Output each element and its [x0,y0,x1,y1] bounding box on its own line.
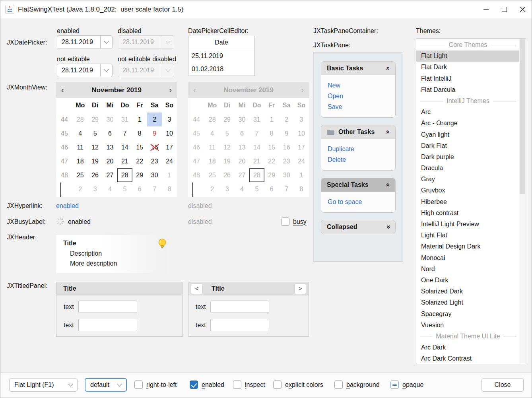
calendar-day[interactable]: 10 [162,126,177,140]
date-table-header[interactable]: Date [188,36,254,49]
close-button[interactable]: Close [482,378,524,392]
taskpane-header[interactable]: Special Tasks« [321,178,395,192]
theme-item-gray[interactable]: Gray [416,174,520,185]
calendar-day[interactable]: 7 [147,182,162,196]
calendar-day[interactable]: 1 [132,113,147,126]
checkbox-inspect[interactable] [233,381,241,389]
theme-item-arc-dark[interactable]: Arc Dark [416,342,520,353]
calendar-day[interactable]: 11 [73,140,87,154]
task-link-duplicate[interactable]: Duplicate [328,144,389,154]
theme-item-material-design-dark[interactable]: Material Design Dark [416,241,520,252]
theme-item-light-flat[interactable]: Light Flat [416,230,520,241]
calendar-day[interactable]: 2 [147,113,162,126]
checkbox-opaque[interactable] [390,381,399,389]
checkbox-label[interactable]: right-to-left [146,381,177,388]
theme-item-intellij-light-preview[interactable]: IntelliJ Light Preview [416,219,520,230]
datepicker-enabled[interactable]: 28.11.2019 [57,35,113,49]
theme-item-arc-dark-contrast[interactable]: Arc Dark Contrast [416,353,520,364]
table-row[interactable]: 01.02.2018 [188,62,254,76]
next-month-icon[interactable]: › [169,86,172,94]
theme-item-dracula[interactable]: Dracula [416,163,520,174]
calendar-day[interactable]: 5 [87,126,102,140]
theme-item-solarized-dark[interactable]: Solarized Dark [416,286,520,297]
calendar-day[interactable]: 3 [162,113,177,126]
datepicker-dropdown-button[interactable] [100,64,112,77]
calendar-day[interactable]: 15 [132,140,147,154]
task-link-go-to-space[interactable]: Go to space [328,196,389,207]
calendar-day[interactable]: 12 [87,140,102,154]
calendar-day[interactable]: 8 [132,126,147,140]
calendar-day[interactable]: 17 [162,140,177,154]
theme-item-hiberbee[interactable]: Hiberbee [416,196,520,208]
theme-item-arc[interactable]: Arc [416,107,520,118]
calendar-day[interactable]: 31 [117,113,132,126]
theme-item-one-dark[interactable]: One Dark [416,275,520,286]
checkbox-label[interactable]: background [346,381,380,388]
calendar-day[interactable]: 25 [73,168,87,182]
theme-item-arc-orange[interactable]: Arc - Orange [416,118,520,129]
calendar-day[interactable]: 23 [147,154,162,168]
calendar-day[interactable]: 30 [103,113,117,126]
calendar-day[interactable]: 3 [87,182,102,196]
checkbox-label[interactable]: opaque [402,381,423,388]
task-link-new[interactable]: New [328,80,389,91]
theme-item-spacegray[interactable]: Spacegray [416,309,520,320]
checkbox-label[interactable]: explicit colors [285,381,323,388]
calendar-day[interactable]: 19 [87,154,102,168]
calendar-day[interactable]: 6 [103,126,117,140]
scrollbar[interactable] [519,39,525,363]
calendar-day[interactable]: 4 [73,126,87,140]
text-input[interactable] [78,301,137,313]
theme-item-solarized-light[interactable]: Solarized Light [416,297,520,308]
calendar-day[interactable]: 14 [117,140,132,154]
calendar-day[interactable]: 16 [147,140,162,154]
taskpane-header[interactable]: Basic Tasks« [321,62,395,75]
theme-item-high-contrast[interactable]: High contrast [416,208,520,219]
theme-item-monocai[interactable]: Monocai [416,252,520,264]
theme-item-cyan-light[interactable]: Cyan light [416,129,520,140]
close-window-button[interactable] [513,0,532,18]
theme-item-flat-darcula[interactable]: Flat Darcula [416,84,520,95]
calendar-day[interactable]: 22 [132,154,147,168]
calendar-day[interactable]: 6 [132,182,147,196]
hyperlink-enabled[interactable]: enabled [56,202,79,210]
calendar-day[interactable]: 28 [73,113,87,126]
calendar-day[interactable]: 8 [162,182,177,196]
text-input[interactable] [210,301,269,313]
calendar-day[interactable]: 13 [103,140,117,154]
theme-item-dark-purple[interactable]: Dark purple [416,151,520,163]
checkbox-explicit-colors[interactable] [273,381,282,389]
theme-item-dark-flat[interactable]: Dark Flat [416,140,520,151]
taskpane-header[interactable]: Other Tasks« [321,125,395,139]
panel-left-button[interactable]: < [191,283,203,294]
previous-month-icon[interactable]: ‹ [61,86,64,94]
font-combobox[interactable]: default [85,378,127,392]
theme-item-vuesion[interactable]: Vuesion [416,320,520,331]
maximize-button[interactable] [495,0,513,18]
calendar-day[interactable]: 1 [162,168,177,182]
task-link-open[interactable]: Open [328,91,389,101]
calendar-day[interactable]: 9 [147,126,162,140]
theme-item-nord[interactable]: Nord [416,264,520,275]
minimize-button[interactable] [477,0,495,18]
taskpane-header[interactable]: Collapsed« [321,220,395,234]
calendar-day[interactable]: 20 [103,154,117,168]
checkbox-background[interactable] [334,381,343,389]
table-row[interactable]: 25.11.2019 [188,49,254,62]
text-input[interactable] [78,319,137,331]
calendar-day[interactable]: 5 [117,182,132,196]
calendar-day[interactable]: 4 [103,182,117,196]
datepicker-not-editable[interactable]: 28.11.2019 [57,64,113,77]
checkbox-right-to-left[interactable] [134,381,143,389]
calendar-day[interactable]: 7 [117,126,132,140]
checkbox-label[interactable]: enabled [202,381,224,388]
calendar-day[interactable]: 27 [103,168,117,182]
calendar-day[interactable]: 18 [73,154,87,168]
datepicker-dropdown-button[interactable] [100,36,112,49]
checkbox-label[interactable]: inspect [245,381,265,388]
theme-item-gruvbox[interactable]: Gruvbox [416,185,520,196]
calendar-day[interactable]: 2 [73,182,87,196]
theme-item-flat-dark[interactable]: Flat Dark [416,62,520,73]
scrollbar-thumb[interactable] [520,39,525,194]
task-link-save[interactable]: Save [328,101,389,112]
